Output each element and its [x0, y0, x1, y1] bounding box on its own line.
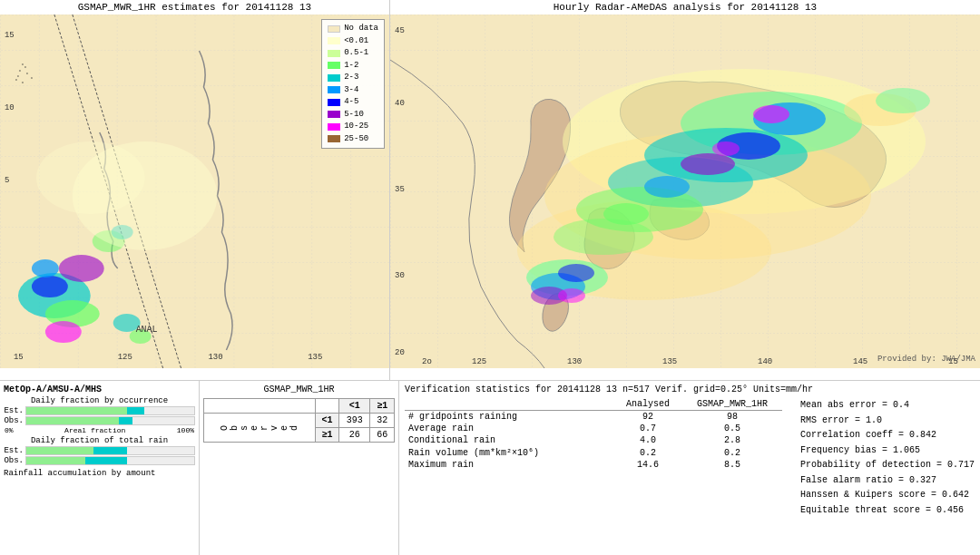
- svg-text:125: 125: [118, 353, 132, 362]
- legend-color-6: [328, 111, 340, 118]
- verif-header-analysed: Analysed: [613, 398, 683, 411]
- obs-rain-track: [25, 456, 195, 465]
- contingency-title: GSMAP_MWR_1HR: [203, 385, 395, 394]
- svg-point-48: [712, 141, 740, 156]
- verif-gsmap-1: 0.5: [682, 423, 782, 434]
- legend-item-6: 5-10: [328, 109, 378, 122]
- verif-label-1: Average rain: [405, 423, 613, 434]
- main-container: GSMAP_MWR_1HR estimates for 20141128 13: [0, 0, 980, 555]
- svg-point-47: [753, 105, 789, 123]
- svg-text:140: 140: [758, 357, 772, 366]
- svg-point-46: [603, 203, 649, 225]
- svg-text:125: 125: [472, 357, 486, 366]
- est-rain-fill: [26, 447, 93, 454]
- verif-row-3: Rain volume (mm*km²×10⁶) 0.2 0.2: [405, 446, 782, 459]
- verif-header-row: Analysed GSMAP_MWR_1HR: [405, 398, 782, 411]
- verif-gsmap-4: 8.5: [682, 459, 782, 471]
- contingency-table: <1 ≥1 Observed <1 393 32 ≥1 26 66: [203, 398, 395, 443]
- verification-inner: Verification statistics for 20141128 13 …: [405, 385, 975, 551]
- stat-freq-bias: Frequency bias = 1.065: [800, 443, 975, 459]
- contingency-obs-header: Observed <1 393 32: [204, 414, 395, 428]
- verification-panel: Verification statistics for 20141128 13 …: [399, 381, 980, 555]
- svg-point-26: [19, 70, 21, 72]
- legend-item-7: 10-25: [328, 121, 378, 133]
- svg-point-24: [22, 63, 24, 65]
- left-map-area: 15 10 5 15 125 130 135 ANAL: [0, 15, 389, 368]
- svg-text:130: 130: [567, 357, 582, 366]
- svg-point-27: [26, 73, 28, 74]
- legend-label-3: 2-3: [344, 72, 358, 84]
- legend-label-4: 3-4: [344, 84, 358, 97]
- svg-point-44: [681, 153, 735, 175]
- svg-text:10: 10: [5, 103, 15, 112]
- jwa-label: Provided by: JWA/JMA: [877, 355, 975, 364]
- verif-row-2: Conditional rain 4.0 2.8: [405, 434, 782, 446]
- verif-header-label: [405, 398, 613, 411]
- svg-point-53: [558, 288, 585, 303]
- left-panel-title: GSMAP_MWR_1HR estimates for 20141128 13: [0, 0, 389, 15]
- verif-analysed-0: 92: [613, 411, 683, 423]
- svg-text:ANAL: ANAL: [136, 325, 158, 335]
- est-rain-bar: Est.: [4, 446, 195, 455]
- contingency-col-ge1: ≥1: [370, 399, 395, 414]
- svg-text:15: 15: [14, 353, 24, 362]
- contingency-row-ge1: ≥1: [315, 428, 339, 443]
- verif-header-gsmap: GSMAP_MWR_1HR: [682, 398, 782, 411]
- right-panel-title: Hourly Radar-AMeDAS analysis for 2014112…: [390, 0, 980, 15]
- est-rain-track: [25, 446, 195, 455]
- verif-table-area: Analysed GSMAP_MWR_1HR # gridpoints rain…: [405, 398, 782, 518]
- svg-text:20: 20: [395, 348, 405, 357]
- legend-label-7: 10-25: [344, 121, 368, 133]
- stat-pod: Probability of detection = 0.717: [800, 458, 975, 473]
- legend-item-3: 2-3: [328, 72, 378, 84]
- bottom-left-panel: MetOp-A/AMSU-A/MHS Daily fraction by occ…: [0, 381, 200, 555]
- svg-text:135: 135: [308, 353, 322, 362]
- legend-item-2: 1-2: [328, 60, 378, 73]
- svg-text:2o: 2o: [422, 357, 432, 366]
- est-occurrence-cyan: [127, 407, 144, 414]
- top-row: GSMAP_MWR_1HR estimates for 20141128 13: [0, 0, 980, 381]
- est-occurrence-bar: Est.: [4, 406, 195, 415]
- svg-point-45: [644, 176, 690, 198]
- svg-point-51: [558, 264, 594, 282]
- right-map-svg: 45 40 35 30 20 2o 125 130 135 140 145 15: [390, 15, 980, 368]
- verif-table: Analysed GSMAP_MWR_1HR # gridpoints rain…: [405, 398, 782, 471]
- contingency-obs-label: Observed: [204, 414, 316, 443]
- occurrence-axis: 0% Areal fraction 100%: [4, 426, 195, 434]
- stat-mean-abs: Mean abs error = 0.4: [800, 398, 975, 414]
- legend-color-4: [328, 86, 340, 93]
- obs-label-2: Obs.: [4, 456, 24, 465]
- svg-text:135: 135: [662, 357, 677, 366]
- svg-text:40: 40: [395, 99, 405, 108]
- left-map-panel: GSMAP_MWR_1HR estimates for 20141128 13: [0, 0, 390, 381]
- svg-point-28: [17, 75, 19, 77]
- stat-ets: Equitable threat score = 0.456: [800, 503, 975, 519]
- legend-label-nodata: No data: [344, 23, 378, 35]
- verif-gsmap-3: 0.2: [682, 446, 782, 459]
- est-occurrence-track: [25, 406, 195, 415]
- legend-color-7: [328, 123, 340, 131]
- obs-label-1: Obs.: [4, 416, 24, 425]
- svg-point-55: [876, 88, 930, 113]
- legend-color-2: [328, 62, 340, 69]
- legend-item-4: 3-4: [328, 84, 378, 97]
- axis-0pct: 0%: [5, 426, 14, 434]
- contingency-cell-00: 393: [339, 414, 370, 428]
- est-label-1: Est.: [4, 406, 24, 415]
- verif-gsmap-0: 98: [682, 411, 782, 423]
- obs-occurrence-cyan: [119, 417, 132, 424]
- contingency-row-lt1: <1: [315, 414, 339, 428]
- verif-label-2: Conditional rain: [405, 434, 613, 446]
- legend-item-0: <0.01: [328, 35, 378, 48]
- contingency-corner: [204, 399, 316, 414]
- legend-color-8: [328, 135, 340, 142]
- rainfall-label: Rainfall accumulation by amount: [4, 469, 195, 478]
- legend-label-6: 5-10: [344, 109, 364, 122]
- legend-color-0: [328, 37, 340, 44]
- svg-text:45: 45: [395, 26, 405, 35]
- legend-item-1: 0.5-1: [328, 47, 378, 60]
- axis-areal: Areal fraction: [64, 426, 125, 434]
- legend-label-0: <0.01: [344, 35, 368, 48]
- right-map-area: 45 40 35 30 20 2o 125 130 135 140 145 15…: [390, 15, 980, 368]
- verif-row-4: Maximum rain 14.6 8.5: [405, 459, 782, 471]
